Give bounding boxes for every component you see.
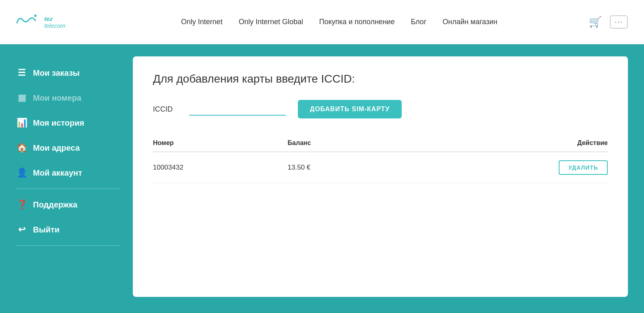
nav-only-internet[interactable]: Only Internet bbox=[181, 18, 223, 26]
iccid-input[interactable] bbox=[189, 103, 286, 116]
sim-table: Номер Баланс Действие 10003432 13.50 € У… bbox=[153, 135, 608, 183]
sidebar-item-history[interactable]: 📊 Моя история bbox=[12, 110, 125, 135]
cell-action: УДАЛИТЬ bbox=[391, 152, 608, 183]
card-title: Для добавления карты введите ICCID: bbox=[153, 73, 608, 85]
logo: tez telecom bbox=[16, 12, 66, 32]
sidebar-item-orders[interactable]: ☰ Мои заказы bbox=[12, 60, 125, 85]
sidebar-item-addresses[interactable]: 🏠 Мои адреса bbox=[12, 135, 125, 160]
col-number: Номер bbox=[153, 135, 288, 152]
sidebar-label-numbers: Мои номера bbox=[33, 93, 81, 103]
logout-icon: ↩ bbox=[16, 224, 27, 235]
page-body: ☰ Мои заказы ▦ Мои номера 📊 Моя история … bbox=[0, 44, 644, 313]
support-icon: ❓ bbox=[16, 199, 27, 210]
col-balance: Баланс bbox=[288, 135, 391, 152]
sidebar-item-account[interactable]: 👤 Мой аккаунт bbox=[12, 160, 125, 185]
sidebar-label-account: Мой аккаунт bbox=[33, 168, 82, 178]
sidebar-label-history: Моя история bbox=[33, 118, 84, 128]
sidebar-label-orders: Мои заказы bbox=[33, 68, 80, 78]
cell-number: 10003432 bbox=[153, 152, 288, 183]
logo-text: tez telecom bbox=[44, 15, 66, 29]
add-sim-button[interactable]: ДОБАВИТЬ SIM-КАРТУ bbox=[298, 100, 402, 118]
addresses-icon: 🏠 bbox=[16, 143, 27, 153]
cell-balance: 13.50 € bbox=[288, 152, 391, 183]
sidebar: ☰ Мои заказы ▦ Мои номера 📊 Моя история … bbox=[0, 44, 125, 313]
history-icon: 📊 bbox=[16, 118, 27, 128]
sidebar-label-support: Поддержка bbox=[33, 200, 77, 209]
account-icon: 👤 bbox=[16, 168, 27, 178]
sidebar-label-logout: Выйти bbox=[33, 225, 60, 234]
delete-button[interactable]: УДАЛИТЬ bbox=[559, 160, 608, 175]
nav-online-shop[interactable]: Онлайн магазин bbox=[443, 18, 497, 26]
iccid-form: ICCID ДОБАВИТЬ SIM-КАРТУ bbox=[153, 100, 608, 118]
header: tez telecom Only Internet Only Internet … bbox=[0, 0, 644, 44]
nav-only-internet-global[interactable]: Only Internet Global bbox=[239, 18, 303, 26]
main-nav: Only Internet Only Internet Global Покуп… bbox=[90, 18, 589, 26]
sidebar-item-support[interactable]: ❓ Поддержка bbox=[12, 192, 125, 217]
sidebar-divider-bottom bbox=[16, 245, 121, 246]
col-action: Действие bbox=[391, 135, 608, 152]
header-right: 🛒 ··· bbox=[589, 15, 628, 29]
main-card: Для добавления карты введите ICCID: ICCI… bbox=[133, 56, 628, 297]
nav-blog[interactable]: Блог bbox=[411, 18, 427, 26]
sidebar-label-addresses: Мои адреса bbox=[33, 143, 80, 153]
sidebar-item-numbers[interactable]: ▦ Мои номера bbox=[12, 85, 125, 110]
more-button[interactable]: ··· bbox=[610, 15, 628, 29]
orders-icon: ☰ bbox=[16, 68, 27, 78]
nav-purchase[interactable]: Покупка и пополнение bbox=[319, 18, 395, 26]
sidebar-item-logout[interactable]: ↩ Выйти bbox=[12, 217, 125, 242]
table-row: 10003432 13.50 € УДАЛИТЬ bbox=[153, 152, 608, 183]
cart-icon[interactable]: 🛒 bbox=[589, 16, 602, 28]
logo-wave-icon bbox=[16, 12, 40, 32]
iccid-label: ICCID bbox=[153, 105, 177, 114]
content-area: Для добавления карты введите ICCID: ICCI… bbox=[125, 44, 644, 313]
numbers-icon: ▦ bbox=[16, 93, 27, 103]
sidebar-divider-top bbox=[16, 189, 121, 189]
svg-point-0 bbox=[34, 15, 37, 17]
